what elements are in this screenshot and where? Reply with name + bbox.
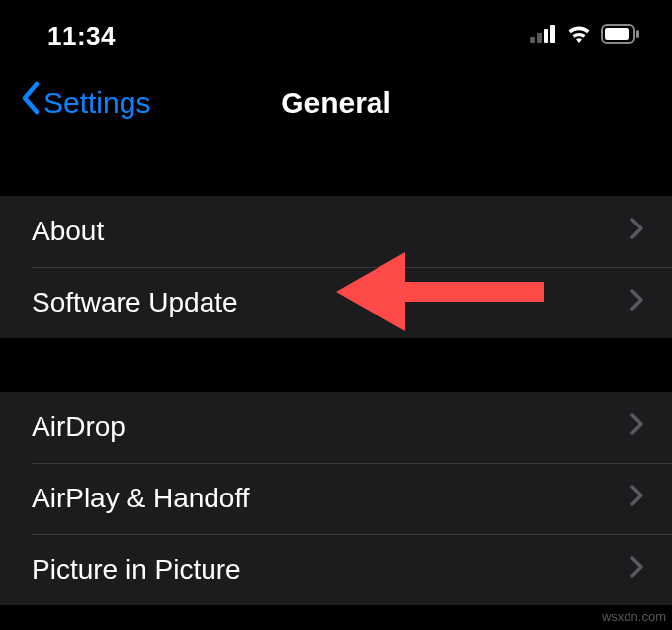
chevron-right-icon: [630, 485, 644, 512]
row-airdrop[interactable]: AirDrop: [0, 392, 672, 463]
section-spacer: [0, 338, 672, 392]
page-title: General: [281, 86, 391, 120]
back-label: Settings: [43, 86, 150, 120]
section-spacer: [0, 142, 672, 196]
chevron-right-icon: [630, 413, 644, 441]
wifi-icon: [565, 24, 593, 47]
status-time: 11:34: [47, 21, 116, 51]
svg-rect-5: [605, 28, 629, 40]
navigation-bar: Settings General: [0, 63, 672, 142]
svg-rect-1: [537, 33, 542, 43]
row-label: About: [32, 216, 104, 247]
chevron-left-icon: [20, 81, 40, 121]
chevron-right-icon: [630, 556, 644, 584]
row-label: Software Update: [32, 287, 238, 318]
row-picture-in-picture[interactable]: Picture in Picture: [0, 534, 672, 605]
svg-rect-2: [544, 29, 548, 43]
row-label: AirDrop: [32, 411, 126, 443]
row-label: Picture in Picture: [32, 554, 241, 585]
row-airplay-handoff[interactable]: AirPlay & Handoff: [0, 463, 672, 534]
status-bar: 11:34: [0, 0, 672, 63]
back-button[interactable]: Settings: [20, 85, 150, 121]
row-label: AirPlay & Handoff: [32, 483, 250, 514]
cellular-signal-icon: [530, 25, 557, 46]
row-about[interactable]: About: [0, 196, 672, 267]
list-group-2: AirDrop AirPlay & Handoff Picture in Pic…: [0, 392, 672, 605]
list-group-1: About Software Update: [0, 196, 672, 338]
chevron-right-icon: [630, 289, 644, 316]
status-indicators: [530, 24, 640, 47]
svg-rect-0: [530, 37, 535, 43]
svg-rect-3: [550, 25, 555, 43]
watermark: wsxdn.com: [602, 609, 666, 624]
svg-rect-6: [636, 30, 639, 38]
row-software-update[interactable]: Software Update: [0, 267, 672, 338]
battery-icon: [601, 24, 640, 47]
chevron-right-icon: [630, 218, 644, 245]
